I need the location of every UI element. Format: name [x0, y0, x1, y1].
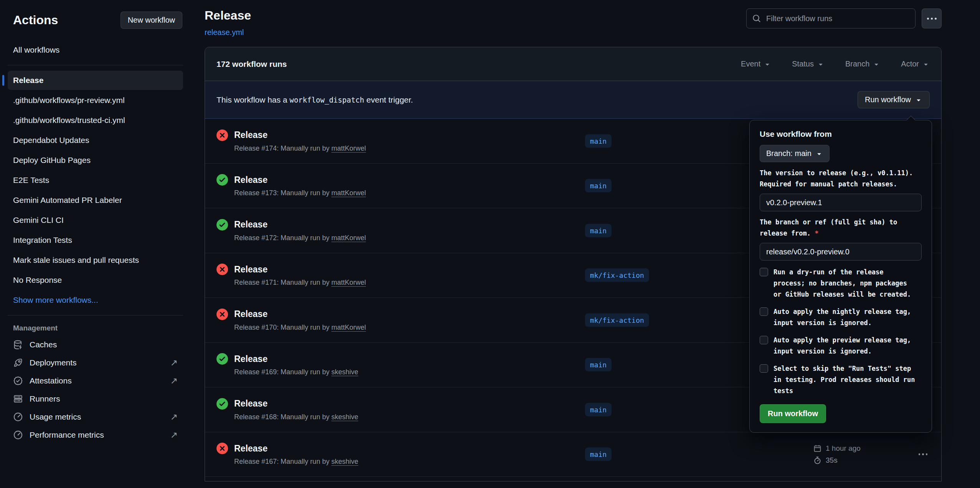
- sidebar-item-label: Performance metrics: [30, 430, 104, 440]
- run-actor-link[interactable]: skeshive: [331, 458, 358, 465]
- sidebar-item-deployments[interactable]: Deployments ↗: [8, 354, 183, 372]
- banner-text: This workflow has a workflow_dispatch ev…: [216, 95, 413, 105]
- workflow-dispatch-code: workflow_dispatch: [289, 96, 364, 104]
- workflow-dispatch-banner: This workflow has a workflow_dispatch ev…: [205, 81, 941, 119]
- run-actor-link[interactable]: mattKorwel: [331, 234, 366, 242]
- branch-filter-dropdown[interactable]: Branch: [845, 60, 880, 68]
- run-kebab-menu-button[interactable]: [919, 453, 928, 455]
- sidebar-item-no-response[interactable]: No Response: [8, 271, 183, 290]
- filter-workflow-runs-search[interactable]: [746, 8, 916, 28]
- branch-badge[interactable]: main: [585, 224, 611, 237]
- sidebar-item-integration-tests[interactable]: Integration Tests: [8, 231, 183, 250]
- workflow-run-row-partial: [205, 477, 941, 481]
- x-circle-icon: [216, 309, 228, 320]
- run-title-link[interactable]: Release: [234, 175, 268, 185]
- chevron-down-icon: [817, 60, 825, 68]
- database-icon: [13, 340, 23, 350]
- show-more-workflows-link[interactable]: Show more workflows...: [8, 290, 183, 310]
- branch-select-button[interactable]: Branch: main: [760, 145, 830, 162]
- sidebar-item-label: Runners: [30, 394, 60, 403]
- branch-badge[interactable]: main: [585, 403, 611, 416]
- selected-accent-bar: [2, 75, 4, 86]
- sidebar-item-label: Usage metrics: [30, 412, 81, 422]
- workflow-file-link[interactable]: release.yml: [205, 28, 244, 37]
- run-workflow-panel: Use workflow from Branch: main The versi…: [749, 120, 932, 433]
- branch-badge[interactable]: mk/fix-action: [585, 269, 649, 282]
- run-actor-link[interactable]: mattKorwel: [331, 189, 366, 197]
- run-title-link[interactable]: Release: [234, 309, 268, 319]
- sidebar-item-trusted-ci[interactable]: .github/workflows/trusted-ci.yml: [8, 111, 183, 130]
- verified-badge-icon: [13, 376, 23, 386]
- ref-input[interactable]: [760, 243, 922, 261]
- branch-badge[interactable]: mk/fix-action: [585, 313, 649, 327]
- sidebar-item-mark-stale[interactable]: Mark stale issues and pull requests: [8, 251, 183, 270]
- branch-badge[interactable]: main: [585, 134, 611, 148]
- run-actor-link[interactable]: skeshive: [331, 368, 358, 376]
- page-kebab-menu-button[interactable]: [922, 8, 942, 28]
- required-asterisk: *: [815, 229, 818, 237]
- sidebar-item-usage-metrics[interactable]: Usage metrics ↗: [8, 408, 183, 426]
- sidebar-item-release[interactable]: Release: [8, 71, 183, 90]
- run-title-link[interactable]: Release: [234, 130, 268, 140]
- dry-run-checkbox[interactable]: [760, 268, 768, 276]
- sidebar-item-label: Attestations: [30, 376, 72, 385]
- sidebar-item-performance-metrics[interactable]: Performance metrics ↗: [8, 426, 183, 444]
- actor-filter-dropdown[interactable]: Actor: [901, 60, 930, 68]
- check-circle-icon: [216, 219, 228, 231]
- sidebar-title: Actions: [13, 13, 58, 27]
- sidebar-item-deploy-github-pages[interactable]: Deploy GitHub Pages: [8, 151, 183, 170]
- sidebar-item-gemini-cli-ci[interactable]: Gemini CLI CI: [8, 211, 183, 230]
- status-filter-dropdown[interactable]: Status: [792, 60, 825, 68]
- run-actor-link[interactable]: mattKorwel: [331, 279, 366, 286]
- sidebar-item-caches[interactable]: Caches: [8, 336, 183, 354]
- gauge-icon: [13, 430, 23, 440]
- run-title-link[interactable]: Release: [234, 219, 268, 230]
- kebab-icon: [927, 18, 929, 20]
- nightly-tag-checkbox[interactable]: [760, 307, 768, 316]
- run-workflow-submit-button[interactable]: Run workflow: [760, 404, 826, 423]
- branch-badge[interactable]: main: [585, 448, 611, 461]
- sidebar-divider: [8, 65, 183, 65]
- run-title-link[interactable]: Release: [234, 264, 268, 275]
- sidebar-item-gemini-pr-labeler[interactable]: Gemini Automated PR Labeler: [8, 191, 183, 210]
- branch-badge[interactable]: main: [585, 179, 611, 193]
- preview-tag-checkbox-label: Auto apply the preview release tag, inpu…: [773, 335, 911, 357]
- sidebar-item-dependabot-updates[interactable]: Dependabot Updates: [8, 131, 183, 150]
- run-subtitle: Release #168: Manually run by: [234, 413, 331, 421]
- workflow-run-row[interactable]: Release Release #167: Manually run by sk…: [205, 432, 941, 477]
- branch-badge[interactable]: main: [585, 358, 611, 372]
- skip-tests-checkbox-label: Select to skip the "Run Tests" step in t…: [773, 363, 915, 397]
- panel-title: Use workflow from: [760, 129, 922, 139]
- run-meta: 1 hour ago 35s: [813, 444, 861, 465]
- check-circle-icon: [216, 398, 228, 410]
- run-title-link[interactable]: Release: [234, 354, 268, 364]
- run-title-link[interactable]: Release: [234, 443, 268, 454]
- runs-count: 172 workflow runs: [216, 60, 287, 69]
- server-icon: [13, 394, 23, 404]
- run-workflow-dropdown-button[interactable]: Run workflow: [858, 91, 930, 108]
- sidebar-item-pr-review[interactable]: .github/workflows/pr-review.yml: [8, 91, 183, 110]
- preview-tag-checkbox[interactable]: [760, 336, 768, 344]
- kebab-icon: [919, 453, 921, 455]
- search-input[interactable]: [765, 14, 909, 23]
- run-actor-link[interactable]: mattKorwel: [331, 324, 366, 331]
- sidebar-item-runners[interactable]: Runners: [8, 390, 183, 408]
- check-circle-icon: [216, 174, 228, 186]
- run-subtitle: Release #171: Manually run by: [234, 279, 331, 286]
- sidebar-item-attestations[interactable]: Attestations ↗: [8, 372, 183, 390]
- run-title-link[interactable]: Release: [234, 398, 268, 409]
- skip-tests-checkbox[interactable]: [760, 364, 768, 373]
- version-input[interactable]: [760, 194, 922, 211]
- skip-tests-checkbox-row: Select to skip the "Run Tests" step in t…: [760, 363, 922, 397]
- run-subtitle: Release #174: Manually run by: [234, 144, 331, 152]
- x-circle-icon: [216, 264, 228, 275]
- gauge-icon: [13, 412, 23, 422]
- sidebar-item-e2e-tests[interactable]: E2E Tests: [8, 171, 183, 190]
- event-filter-dropdown[interactable]: Event: [741, 60, 771, 68]
- run-actor-link[interactable]: skeshive: [331, 413, 358, 421]
- check-circle-icon: [216, 353, 228, 365]
- new-workflow-button[interactable]: New workflow: [121, 12, 182, 29]
- sidebar-item-all-workflows[interactable]: All workflows: [8, 40, 183, 60]
- run-actor-link[interactable]: mattKorwel: [331, 144, 366, 152]
- management-section-title: Management: [4, 321, 187, 335]
